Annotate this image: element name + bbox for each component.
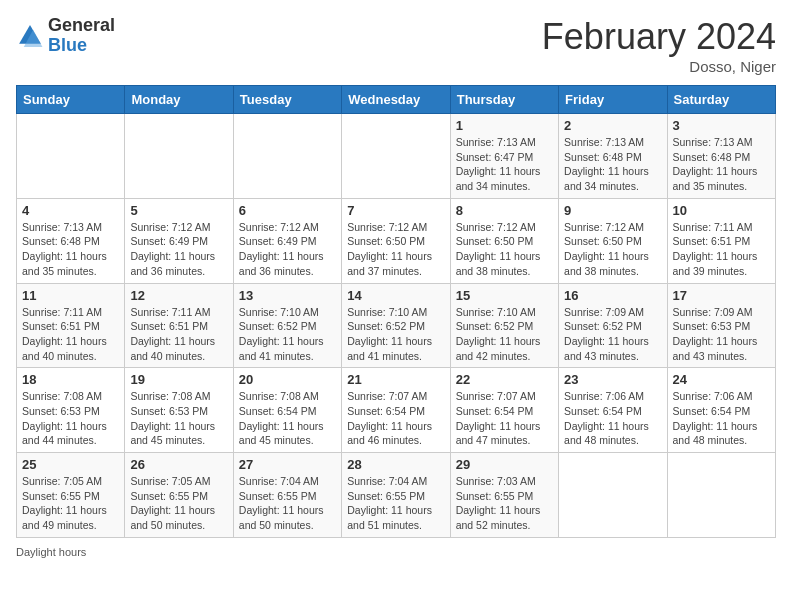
logo: General Blue <box>16 16 115 56</box>
day-number: 23 <box>564 372 661 387</box>
calendar-cell: 8Sunrise: 7:12 AMSunset: 6:50 PMDaylight… <box>450 198 558 283</box>
day-info: Sunrise: 7:12 AMSunset: 6:50 PMDaylight:… <box>347 220 444 279</box>
day-number: 28 <box>347 457 444 472</box>
day-info: Sunrise: 7:07 AMSunset: 6:54 PMDaylight:… <box>456 389 553 448</box>
title-block: February 2024 Dosso, Niger <box>542 16 776 75</box>
day-number: 15 <box>456 288 553 303</box>
day-info: Sunrise: 7:05 AMSunset: 6:55 PMDaylight:… <box>130 474 227 533</box>
day-info: Sunrise: 7:10 AMSunset: 6:52 PMDaylight:… <box>239 305 336 364</box>
day-info: Sunrise: 7:13 AMSunset: 6:47 PMDaylight:… <box>456 135 553 194</box>
subtitle: Dosso, Niger <box>542 58 776 75</box>
calendar-cell: 12Sunrise: 7:11 AMSunset: 6:51 PMDayligh… <box>125 283 233 368</box>
day-number: 22 <box>456 372 553 387</box>
day-of-week-header: Sunday <box>17 86 125 114</box>
day-number: 9 <box>564 203 661 218</box>
main-title: February 2024 <box>542 16 776 58</box>
logo-blue: Blue <box>48 36 115 56</box>
logo-general: General <box>48 16 115 36</box>
calendar-cell: 29Sunrise: 7:03 AMSunset: 6:55 PMDayligh… <box>450 453 558 538</box>
calendar-week-row: 1Sunrise: 7:13 AMSunset: 6:47 PMDaylight… <box>17 114 776 199</box>
day-info: Sunrise: 7:08 AMSunset: 6:53 PMDaylight:… <box>22 389 119 448</box>
calendar-cell: 1Sunrise: 7:13 AMSunset: 6:47 PMDaylight… <box>450 114 558 199</box>
day-number: 17 <box>673 288 770 303</box>
day-info: Sunrise: 7:10 AMSunset: 6:52 PMDaylight:… <box>347 305 444 364</box>
calendar-cell <box>233 114 341 199</box>
calendar-cell: 25Sunrise: 7:05 AMSunset: 6:55 PMDayligh… <box>17 453 125 538</box>
day-info: Sunrise: 7:11 AMSunset: 6:51 PMDaylight:… <box>673 220 770 279</box>
calendar-cell: 21Sunrise: 7:07 AMSunset: 6:54 PMDayligh… <box>342 368 450 453</box>
calendar-cell: 24Sunrise: 7:06 AMSunset: 6:54 PMDayligh… <box>667 368 775 453</box>
calendar-cell: 15Sunrise: 7:10 AMSunset: 6:52 PMDayligh… <box>450 283 558 368</box>
day-number: 20 <box>239 372 336 387</box>
day-of-week-header: Wednesday <box>342 86 450 114</box>
calendar-week-row: 4Sunrise: 7:13 AMSunset: 6:48 PMDaylight… <box>17 198 776 283</box>
day-of-week-header: Saturday <box>667 86 775 114</box>
day-info: Sunrise: 7:09 AMSunset: 6:52 PMDaylight:… <box>564 305 661 364</box>
calendar-cell: 2Sunrise: 7:13 AMSunset: 6:48 PMDaylight… <box>559 114 667 199</box>
calendar-cell: 11Sunrise: 7:11 AMSunset: 6:51 PMDayligh… <box>17 283 125 368</box>
day-info: Sunrise: 7:12 AMSunset: 6:50 PMDaylight:… <box>456 220 553 279</box>
day-info: Sunrise: 7:10 AMSunset: 6:52 PMDaylight:… <box>456 305 553 364</box>
calendar-cell: 26Sunrise: 7:05 AMSunset: 6:55 PMDayligh… <box>125 453 233 538</box>
day-of-week-header: Thursday <box>450 86 558 114</box>
day-number: 26 <box>130 457 227 472</box>
calendar-table: SundayMondayTuesdayWednesdayThursdayFrid… <box>16 85 776 538</box>
calendar-cell: 20Sunrise: 7:08 AMSunset: 6:54 PMDayligh… <box>233 368 341 453</box>
calendar-cell: 10Sunrise: 7:11 AMSunset: 6:51 PMDayligh… <box>667 198 775 283</box>
calendar-cell: 14Sunrise: 7:10 AMSunset: 6:52 PMDayligh… <box>342 283 450 368</box>
day-info: Sunrise: 7:06 AMSunset: 6:54 PMDaylight:… <box>673 389 770 448</box>
days-of-week-row: SundayMondayTuesdayWednesdayThursdayFrid… <box>17 86 776 114</box>
footer: Daylight hours <box>16 546 776 558</box>
calendar-cell: 18Sunrise: 7:08 AMSunset: 6:53 PMDayligh… <box>17 368 125 453</box>
day-of-week-header: Friday <box>559 86 667 114</box>
calendar-cell: 22Sunrise: 7:07 AMSunset: 6:54 PMDayligh… <box>450 368 558 453</box>
calendar-cell: 27Sunrise: 7:04 AMSunset: 6:55 PMDayligh… <box>233 453 341 538</box>
day-info: Sunrise: 7:11 AMSunset: 6:51 PMDaylight:… <box>130 305 227 364</box>
day-info: Sunrise: 7:04 AMSunset: 6:55 PMDaylight:… <box>239 474 336 533</box>
calendar-cell <box>125 114 233 199</box>
day-info: Sunrise: 7:08 AMSunset: 6:54 PMDaylight:… <box>239 389 336 448</box>
calendar-week-row: 18Sunrise: 7:08 AMSunset: 6:53 PMDayligh… <box>17 368 776 453</box>
day-info: Sunrise: 7:06 AMSunset: 6:54 PMDaylight:… <box>564 389 661 448</box>
day-number: 6 <box>239 203 336 218</box>
day-number: 21 <box>347 372 444 387</box>
calendar-cell: 4Sunrise: 7:13 AMSunset: 6:48 PMDaylight… <box>17 198 125 283</box>
day-number: 19 <box>130 372 227 387</box>
calendar-cell: 28Sunrise: 7:04 AMSunset: 6:55 PMDayligh… <box>342 453 450 538</box>
day-info: Sunrise: 7:03 AMSunset: 6:55 PMDaylight:… <box>456 474 553 533</box>
calendar-cell: 13Sunrise: 7:10 AMSunset: 6:52 PMDayligh… <box>233 283 341 368</box>
day-info: Sunrise: 7:13 AMSunset: 6:48 PMDaylight:… <box>673 135 770 194</box>
calendar-week-row: 11Sunrise: 7:11 AMSunset: 6:51 PMDayligh… <box>17 283 776 368</box>
day-number: 11 <box>22 288 119 303</box>
calendar-cell: 6Sunrise: 7:12 AMSunset: 6:49 PMDaylight… <box>233 198 341 283</box>
day-number: 25 <box>22 457 119 472</box>
calendar-week-row: 25Sunrise: 7:05 AMSunset: 6:55 PMDayligh… <box>17 453 776 538</box>
day-info: Sunrise: 7:07 AMSunset: 6:54 PMDaylight:… <box>347 389 444 448</box>
day-number: 16 <box>564 288 661 303</box>
day-number: 7 <box>347 203 444 218</box>
day-number: 24 <box>673 372 770 387</box>
day-info: Sunrise: 7:12 AMSunset: 6:49 PMDaylight:… <box>130 220 227 279</box>
page-header: General Blue February 2024 Dosso, Niger <box>16 16 776 75</box>
day-info: Sunrise: 7:04 AMSunset: 6:55 PMDaylight:… <box>347 474 444 533</box>
day-number: 1 <box>456 118 553 133</box>
day-number: 10 <box>673 203 770 218</box>
day-info: Sunrise: 7:05 AMSunset: 6:55 PMDaylight:… <box>22 474 119 533</box>
day-info: Sunrise: 7:08 AMSunset: 6:53 PMDaylight:… <box>130 389 227 448</box>
day-number: 18 <box>22 372 119 387</box>
logo-icon <box>16 22 44 50</box>
calendar-cell <box>667 453 775 538</box>
day-number: 5 <box>130 203 227 218</box>
daylight-label: Daylight hours <box>16 546 86 558</box>
calendar-cell: 5Sunrise: 7:12 AMSunset: 6:49 PMDaylight… <box>125 198 233 283</box>
day-number: 12 <box>130 288 227 303</box>
calendar-cell <box>17 114 125 199</box>
calendar-cell: 23Sunrise: 7:06 AMSunset: 6:54 PMDayligh… <box>559 368 667 453</box>
day-number: 2 <box>564 118 661 133</box>
day-info: Sunrise: 7:12 AMSunset: 6:50 PMDaylight:… <box>564 220 661 279</box>
day-info: Sunrise: 7:13 AMSunset: 6:48 PMDaylight:… <box>22 220 119 279</box>
calendar-cell: 3Sunrise: 7:13 AMSunset: 6:48 PMDaylight… <box>667 114 775 199</box>
day-of-week-header: Tuesday <box>233 86 341 114</box>
calendar-cell: 16Sunrise: 7:09 AMSunset: 6:52 PMDayligh… <box>559 283 667 368</box>
calendar-cell: 7Sunrise: 7:12 AMSunset: 6:50 PMDaylight… <box>342 198 450 283</box>
